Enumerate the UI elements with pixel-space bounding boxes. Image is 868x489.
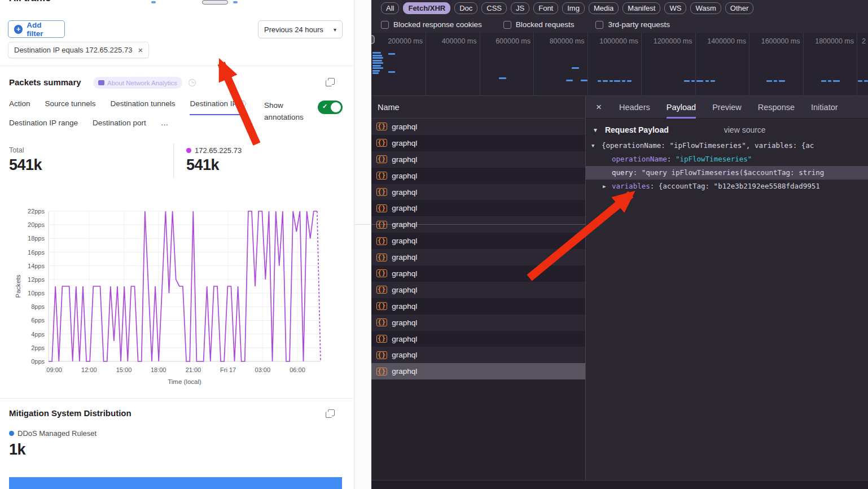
svg-text:21:00: 21:00: [186, 366, 201, 373]
svg-text:18:00: 18:00: [151, 366, 166, 373]
checkbox-icon[interactable]: [595, 21, 603, 29]
filter-pill-css[interactable]: CSS: [481, 2, 507, 14]
detail-tab-payload[interactable]: Payload: [667, 96, 696, 119]
close-icon[interactable]: ×: [138, 45, 143, 55]
timeline-request-bar: [372, 60, 382, 62]
filter-pill-js[interactable]: JS: [511, 2, 529, 14]
network-overview-timeline[interactable]: 200000 ms400000 ms600000 ms800000 ms1000…: [371, 33, 868, 96]
checkbox-blocked-requests[interactable]: Blocked requests: [503, 20, 575, 29]
chevron-right-icon[interactable]: ▶: [603, 180, 606, 193]
request-row-graphql[interactable]: {}graphql: [371, 315, 585, 331]
filter-pill-font[interactable]: Font: [533, 2, 558, 14]
timeline-request-bar: [372, 65, 381, 67]
payload-line[interactable]: ▶variables: {accountTag: "b12e3b2192ee55…: [586, 180, 868, 193]
payload-line[interactable]: operationName: "ipFlowTimeseries": [586, 152, 868, 166]
filter-pill-media[interactable]: Media: [589, 2, 619, 14]
devtools-bottom-bar: [371, 480, 868, 489]
request-detail-panel: × HeadersPayloadPreviewResponseInitiator…: [586, 96, 868, 489]
request-row-graphql[interactable]: {}graphql: [371, 265, 585, 282]
summary-tab-source-tunnels[interactable]: Source tunnels: [45, 99, 96, 115]
request-row-graphql[interactable]: {}graphql: [371, 200, 585, 216]
payload-line[interactable]: query: "query ipFlowTimeseries($accountT…: [586, 166, 868, 180]
toggle-knob: [331, 102, 341, 112]
detail-tab-initiator[interactable]: Initiator: [811, 96, 838, 119]
filter-pill-fetch-xhr[interactable]: Fetch/XHR: [403, 2, 450, 14]
time-range-dropdown[interactable]: Previous 24 hours ▾: [258, 20, 343, 38]
json-braces-icon: {}: [376, 368, 387, 376]
chevron-down-icon[interactable]: ▼: [593, 127, 598, 133]
show-annotations-toggle[interactable]: ✓: [318, 101, 343, 114]
svg-text:20pps: 20pps: [28, 221, 45, 228]
chevron-down-icon: ▾: [334, 27, 336, 33]
request-row-graphql[interactable]: {}graphql: [371, 331, 585, 347]
checkbox-icon[interactable]: [381, 21, 389, 29]
name-column-header[interactable]: Name: [371, 96, 585, 119]
payload-segment-key: variables: [612, 182, 650, 190]
filter-pill-other[interactable]: Other: [725, 2, 754, 14]
request-row-graphql[interactable]: {}graphql: [371, 282, 585, 298]
request-row-graphql[interactable]: {}graphql: [371, 151, 585, 168]
checkbox-blocked-response-cookies[interactable]: Blocked response cookies: [381, 20, 482, 29]
svg-text:Packets: Packets: [15, 274, 21, 298]
request-row-graphql[interactable]: {}graphql: [371, 184, 585, 200]
request-name: graphql: [392, 367, 417, 376]
request-payload-header: ▼ Request Payload view source: [586, 119, 868, 137]
timeline-request-bar: [774, 80, 777, 82]
checkbox-3rd-party-requests[interactable]: 3rd-party requests: [595, 20, 670, 29]
request-row-graphql[interactable]: {}graphql: [371, 298, 585, 315]
filter-pill-all[interactable]: All: [381, 2, 399, 14]
view-source-link[interactable]: view source: [724, 125, 766, 134]
request-name: graphql: [392, 318, 417, 327]
request-row-graphql[interactable]: {}graphql: [371, 135, 585, 151]
add-filter-button[interactable]: + Add filter: [8, 20, 65, 38]
expand-card-icon[interactable]: [328, 78, 335, 85]
json-braces-icon: {}: [376, 351, 387, 359]
detail-tab-headers[interactable]: Headers: [619, 96, 650, 119]
stat-value: 541k: [186, 156, 219, 174]
detail-tab-preview[interactable]: Preview: [712, 96, 742, 119]
filter-pill-img[interactable]: Img: [562, 2, 585, 14]
timeline-tick-label: 600000 ms: [496, 37, 533, 45]
summary-tab-destination-tunnels[interactable]: Destination tunnels: [111, 99, 176, 115]
request-row-graphql[interactable]: {}graphql: [371, 347, 585, 363]
request-row-graphql[interactable]: {}graphql: [371, 249, 585, 265]
summary-tab-destination-ip[interactable]: Destination IPⓘ: [190, 99, 246, 115]
filter-pill-ws[interactable]: WS: [664, 2, 686, 14]
filter-pill-manifest[interactable]: Manifest: [622, 2, 660, 14]
expand-card-icon[interactable]: [328, 409, 335, 416]
json-braces-icon: {}: [376, 237, 387, 245]
filter-chip[interactable]: Destination IP equals 172.65.225.73 ×: [8, 42, 149, 58]
show-annotations-label: Show annotations: [264, 99, 315, 123]
close-icon[interactable]: ×: [596, 102, 602, 113]
svg-text:16pps: 16pps: [28, 249, 45, 256]
filter-pill-wasm[interactable]: Wasm: [690, 2, 721, 14]
request-row-graphql[interactable]: {}graphql: [371, 119, 585, 135]
book-icon: [98, 80, 104, 85]
timeline-tick-label: 400000 ms: [442, 37, 480, 45]
summary-tab-destination-ip-range[interactable]: Destination IP range: [9, 119, 78, 132]
request-checkbox-bar: Blocked response cookiesBlocked requests…: [371, 16, 868, 33]
timeline-request-bar: [372, 62, 383, 64]
summary-tab-action[interactable]: Action: [9, 99, 30, 115]
json-braces-icon: {}: [376, 155, 387, 163]
payload-segment-plain: : {accountTag: "b12e3b2192ee5588fdad9951: [650, 182, 820, 190]
timeline-request-bar: [779, 80, 785, 82]
request-row-graphql[interactable]: {}graphql: [371, 363, 585, 379]
request-row-graphql[interactable]: {}graphql: [371, 233, 585, 249]
legend-dot: [9, 431, 14, 436]
timeline-drag-handle[interactable]: [371, 35, 375, 44]
timeline-tick-label: 1200000 ms: [654, 37, 695, 45]
timeline-request-bar: [581, 80, 588, 81]
request-row-graphql[interactable]: {}graphql: [371, 168, 585, 184]
checkbox-icon[interactable]: [503, 21, 511, 29]
timeline-request-bar: [499, 77, 506, 79]
summary-tab-destination-port[interactable]: Destination port: [93, 119, 146, 132]
stat-label: 172.65.225.73: [186, 146, 242, 155]
filter-pill-doc[interactable]: Doc: [454, 2, 477, 14]
summary-tabs-overflow[interactable]: …: [161, 119, 169, 132]
detail-tab-response[interactable]: Response: [758, 96, 795, 119]
about-network-analytics-badge[interactable]: About Network Analytics: [93, 77, 182, 89]
clock-icon: [188, 78, 196, 89]
payload-line[interactable]: ▼{operationName: "ipFlowTimeseries", var…: [586, 139, 868, 152]
chevron-down-icon[interactable]: ▼: [591, 139, 594, 152]
